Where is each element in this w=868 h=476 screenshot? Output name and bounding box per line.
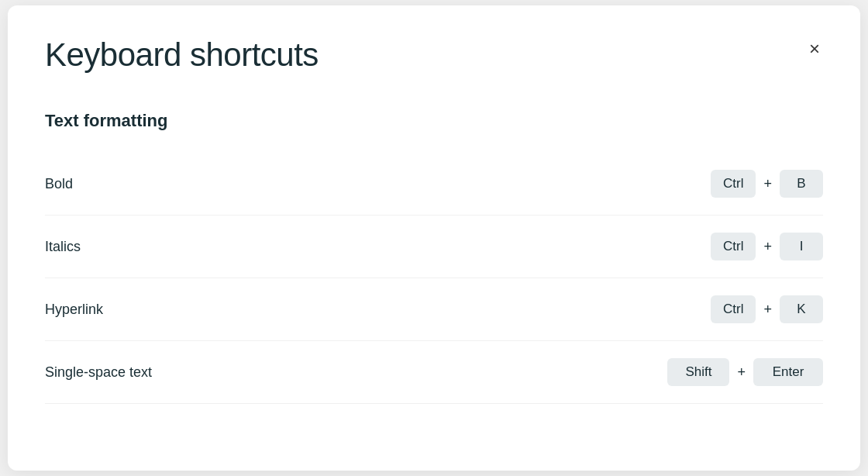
shortcut-name-single-space: Single-space text [45, 364, 152, 381]
key-enter: Enter [753, 358, 823, 386]
section-title: Text formatting [45, 111, 823, 131]
shortcut-row-hyperlink: Hyperlink Ctrl + K [45, 278, 823, 341]
shortcut-keys-bold: Ctrl + B [711, 170, 823, 198]
shortcut-list: Bold Ctrl + B Italics Ctrl + I Hyperlink [45, 153, 823, 404]
modal-header: Keyboard shortcuts × [45, 36, 823, 74]
text-formatting-section: Text formatting Bold Ctrl + B Italics Ct… [45, 111, 823, 404]
key-b: B [780, 170, 823, 198]
key-shift: Shift [667, 358, 729, 386]
key-ctrl-italics: Ctrl [711, 233, 756, 260]
shortcut-keys-single-space: Shift + Enter [667, 358, 823, 386]
plus-sign-hyperlink: + [763, 302, 772, 318]
keyboard-shortcuts-modal: Keyboard shortcuts × Text formatting Bol… [8, 5, 860, 471]
shortcut-name-hyperlink: Hyperlink [45, 302, 103, 318]
key-k: K [780, 295, 823, 323]
modal-title: Keyboard shortcuts [45, 36, 319, 74]
shortcut-keys-hyperlink: Ctrl + K [711, 295, 823, 323]
key-i: I [780, 233, 823, 260]
shortcut-row-italics: Italics Ctrl + I [45, 216, 823, 278]
key-ctrl-bold: Ctrl [711, 170, 756, 198]
shortcut-row-bold: Bold Ctrl + B [45, 153, 823, 216]
shortcut-name-bold: Bold [45, 176, 73, 192]
plus-sign-bold: + [763, 176, 772, 192]
shortcut-name-italics: Italics [45, 239, 81, 255]
close-button[interactable]: × [806, 36, 823, 61]
shortcut-row-single-space: Single-space text Shift + Enter [45, 341, 823, 404]
plus-sign-italics: + [763, 239, 772, 255]
shortcut-keys-italics: Ctrl + I [711, 233, 823, 260]
key-ctrl-hyperlink: Ctrl [711, 295, 756, 323]
plus-sign-single-space: + [737, 364, 746, 381]
